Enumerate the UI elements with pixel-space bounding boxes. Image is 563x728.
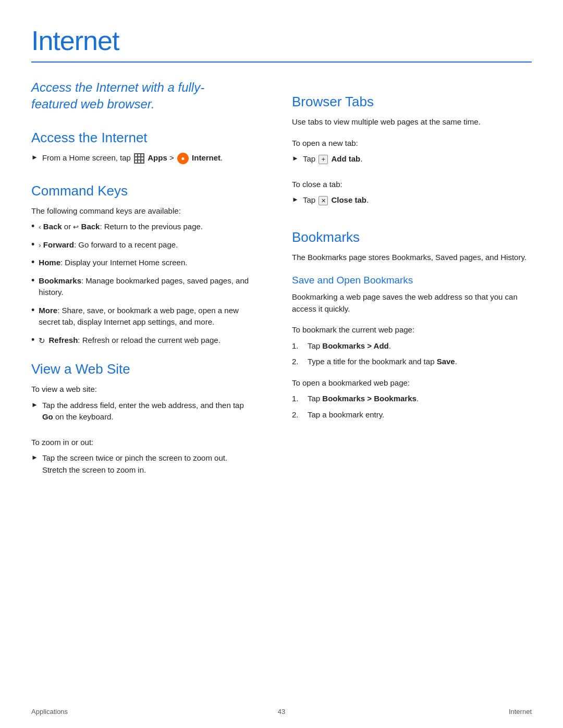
forward-label: Forward bbox=[43, 240, 74, 249]
list-item: Tap Bookmarks > Add. bbox=[292, 340, 532, 352]
forward-chevron-icon: › bbox=[39, 241, 41, 249]
view-web-site-step1-text: Tap the address field, enter the web add… bbox=[42, 400, 250, 423]
bullet: • bbox=[31, 335, 34, 346]
list-item: • ‹ Back or ↩ Back: Return to the previo… bbox=[31, 221, 250, 233]
access-internet-text: From a Home screen, tap bbox=[42, 152, 223, 164]
open-step1-text: Tap Bookmarks > Bookmarks. bbox=[308, 393, 419, 405]
bookmarks-desc: The Bookmarks page stores Bookmarks, Sav… bbox=[292, 252, 532, 264]
view-web-site-step1: ► Tap the address field, enter the web a… bbox=[31, 400, 250, 427]
more-key-text: More: Share, save, or bookmark a web pag… bbox=[39, 305, 250, 328]
list-item: • Home: Display your Internet Home scree… bbox=[31, 257, 250, 269]
list-item: • Bookmarks: Manage bookmarked pages, sa… bbox=[31, 275, 250, 299]
back-label: Back bbox=[43, 222, 62, 231]
tagline: Access the Internet with a fully-feature… bbox=[31, 79, 250, 113]
home-label: Home bbox=[39, 258, 60, 267]
back-arrow-icon: ↩ bbox=[73, 224, 79, 231]
go-label: Go bbox=[42, 412, 53, 421]
bullet: • bbox=[31, 305, 34, 316]
page-title: Internet bbox=[31, 25, 532, 56]
view-web-site-step2-text: Tap the screen twice or pinch the screen… bbox=[42, 452, 250, 476]
refresh-key-text: ↻ Refresh: Refresh or reload the current… bbox=[39, 335, 221, 347]
back-key-text: ‹ Back or ↩ Back: Return to the previous… bbox=[39, 221, 203, 233]
bookmarks-key-text: Bookmarks: Manage bookmarked pages, save… bbox=[39, 275, 250, 299]
back-chevron-icon: ‹ bbox=[39, 224, 41, 231]
bookmark-steps-list: Tap Bookmarks > Add. Type a title for th… bbox=[292, 340, 532, 368]
section-title-bookmarks: Bookmarks bbox=[292, 229, 532, 245]
bookmark-step2-text: Type a title for the bookmark and tap Sa… bbox=[308, 356, 457, 368]
command-keys-intro: The following command keys are available… bbox=[31, 205, 250, 217]
close-tab-step: ► Tap ✕ Close tab. bbox=[292, 194, 532, 211]
open-tab-step: ► Tap + Add tab. bbox=[292, 153, 532, 169]
browser-tabs-desc: Use tabs to view multiple web pages at t… bbox=[292, 116, 532, 128]
arrow-icon: ► bbox=[31, 153, 38, 161]
svg-rect-2 bbox=[141, 154, 143, 156]
svg-rect-3 bbox=[135, 157, 137, 159]
bullet: • bbox=[31, 275, 34, 287]
title-divider bbox=[31, 61, 532, 63]
save-open-desc: Bookmarking a web page saves the web add… bbox=[292, 291, 532, 315]
open-bookmarked-steps-list: Tap Bookmarks > Bookmarks. Tap a bookmar… bbox=[292, 393, 532, 421]
apps-grid-icon bbox=[134, 153, 144, 164]
apps-label: Apps bbox=[148, 153, 167, 162]
bookmarks-add-label: Bookmarks > Add bbox=[322, 341, 388, 350]
right-column: Browser Tabs Use tabs to view multiple w… bbox=[282, 79, 532, 485]
open-step2-text: Tap a bookmark entry. bbox=[308, 409, 384, 421]
save-label: Save bbox=[437, 357, 455, 366]
close-tab-intro: To close a tab: bbox=[292, 179, 532, 191]
svg-rect-6 bbox=[135, 161, 137, 163]
view-web-site-intro2: To zoom in or out: bbox=[31, 437, 250, 449]
arrow-icon: ► bbox=[292, 195, 299, 203]
arrow-icon: ► bbox=[31, 401, 38, 409]
bookmark-step1-text: Tap Bookmarks > Add. bbox=[308, 340, 391, 352]
svg-rect-0 bbox=[135, 154, 137, 156]
forward-key-text: › Forward: Go forward to a recent page. bbox=[39, 239, 178, 251]
internet-app-icon: ● bbox=[177, 153, 189, 164]
list-item: Tap a bookmark entry. bbox=[292, 409, 532, 421]
back-label2: Back bbox=[81, 222, 100, 231]
open-tab-intro: To open a new tab: bbox=[292, 138, 532, 150]
arrow-icon: ► bbox=[292, 154, 299, 162]
bookmark-intro: To bookmark the current web page: bbox=[292, 324, 532, 336]
list-item: • › Forward: Go forward to a recent page… bbox=[31, 239, 250, 251]
bullet: • bbox=[31, 239, 34, 251]
open-tab-text: Tap + Add tab. bbox=[303, 153, 363, 165]
command-keys-list: • ‹ Back or ↩ Back: Return to the previo… bbox=[31, 221, 250, 347]
list-item: • More: Share, save, or bookmark a web p… bbox=[31, 305, 250, 328]
bookmarks-label: Bookmarks bbox=[39, 276, 81, 285]
footer-center: 43 bbox=[278, 708, 285, 715]
add-tab-icon: + bbox=[319, 155, 328, 164]
svg-rect-1 bbox=[138, 154, 140, 156]
view-web-site-intro1: To view a web site: bbox=[31, 384, 250, 396]
section-title-access-internet: Access the Internet bbox=[31, 130, 250, 146]
home-key-text: Home: Display your Internet Home screen. bbox=[39, 257, 187, 269]
footer-left: Applications bbox=[31, 708, 68, 715]
close-tab-text: Tap ✕ Close tab. bbox=[303, 194, 369, 206]
list-item: • ↻ Refresh: Refresh or reload the curre… bbox=[31, 335, 250, 347]
section-title-view-web-site: View a Web Site bbox=[31, 361, 250, 377]
bullet: • bbox=[31, 221, 34, 232]
bullet: • bbox=[31, 257, 34, 268]
refresh-label: Refresh bbox=[48, 336, 78, 344]
footer-right: Internet bbox=[509, 708, 532, 715]
refresh-icon: ↻ bbox=[39, 335, 45, 347]
section-title-command-keys: Command Keys bbox=[31, 183, 250, 199]
close-tab-icon: ✕ bbox=[319, 196, 328, 205]
svg-rect-4 bbox=[138, 157, 140, 159]
svg-rect-7 bbox=[138, 161, 140, 163]
close-tab-label: Close tab bbox=[331, 195, 366, 204]
add-tab-label: Add tab bbox=[331, 154, 360, 163]
left-column: Access the Internet with a fully-feature… bbox=[31, 79, 282, 485]
content-columns: Access the Internet with a fully-feature… bbox=[31, 79, 532, 485]
subsection-title-save-open: Save and Open Bookmarks bbox=[292, 275, 532, 286]
footer-page-number: 43 bbox=[278, 708, 285, 715]
access-internet-step: ► From a Home screen, tap bbox=[31, 152, 250, 168]
section-title-browser-tabs: Browser Tabs bbox=[292, 94, 532, 110]
bookmarks-bookmarks-label: Bookmarks > Bookmarks bbox=[322, 394, 417, 403]
arrow-icon: ► bbox=[31, 453, 38, 461]
view-web-site-step2: ► Tap the screen twice or pinch the scre… bbox=[31, 452, 250, 480]
internet-label: Internet bbox=[192, 153, 221, 162]
svg-rect-8 bbox=[141, 161, 143, 163]
page: Internet Access the Internet with a full… bbox=[0, 0, 563, 728]
list-item: Type a title for the bookmark and tap Sa… bbox=[292, 356, 532, 368]
more-label: More bbox=[39, 306, 57, 315]
